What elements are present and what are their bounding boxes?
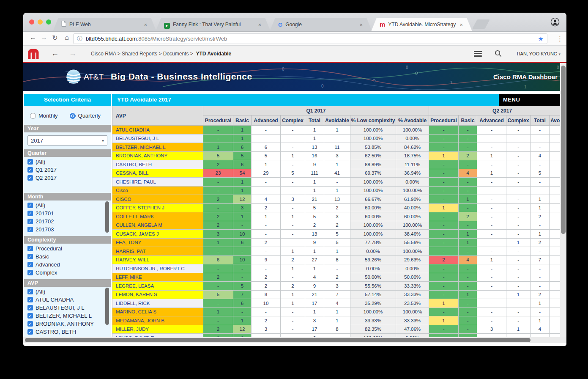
value-cell: -	[506, 160, 531, 169]
value-cell: 6	[233, 160, 252, 169]
checkbox-item-q2-2017[interactable]: ✓Q2 2017	[24, 174, 111, 182]
close-window-button[interactable]	[29, 19, 34, 25]
vertical-scrollbar-thumb[interactable]	[561, 66, 566, 234]
value-cell: -	[429, 230, 459, 239]
checkbox-checked-icon[interactable]: ✓	[27, 227, 33, 232]
checkbox-item-complex[interactable]: ✓Complex	[24, 269, 111, 277]
value-cell: -	[459, 143, 477, 152]
value-cell	[550, 334, 561, 338]
reload-icon[interactable]: ↻	[50, 34, 60, 42]
checkbox-checked-icon[interactable]: ✓	[27, 270, 33, 275]
tab-ple-web[interactable]: PLE Web×	[53, 18, 156, 31]
checkbox-item-basic[interactable]: ✓Basic	[24, 253, 111, 261]
checkbox-checked-icon[interactable]: ✓	[27, 219, 33, 224]
forward-icon[interactable]: →	[39, 34, 49, 41]
checkbox-checked-icon[interactable]: ✓	[27, 289, 33, 294]
checkbox-checked-icon[interactable]: ✓	[27, 297, 33, 302]
checkbox-checked-icon[interactable]: ✓	[27, 159, 33, 165]
browser-menu-icon[interactable]: ⋮	[557, 35, 563, 43]
value-cell: -	[459, 160, 477, 169]
url-text[interactable]: bltd055.bhdc.att.com:8085/MicroStrategy/…	[86, 36, 538, 42]
home-icon[interactable]: ⌂	[62, 34, 71, 41]
value-cell: -	[477, 264, 506, 273]
checkbox-item-201703[interactable]: ✓201703	[24, 225, 111, 233]
checkbox-item-castro-beth[interactable]: ✓CASTRO, BETH	[24, 328, 111, 336]
checkbox-checked-icon[interactable]: ✓	[27, 321, 33, 327]
svg-text:0: 0	[557, 65, 559, 70]
back-icon[interactable]: ←	[28, 34, 38, 41]
checkbox-checked-icon[interactable]: ✓	[27, 329, 33, 335]
checkbox-item-beltzer-michael-l[interactable]: ✓BELTZER, MICHAEL L	[24, 312, 111, 320]
address-bar[interactable]: ⓘ bltd055.bhdc.att.com:8085/MicroStrateg…	[73, 33, 547, 44]
checkbox-checked-icon[interactable]: ✓	[27, 211, 33, 216]
column-header--low-complexity: % Low complexity	[350, 115, 396, 126]
value-cell: 12	[233, 195, 252, 204]
menu-button[interactable]: MENU	[499, 94, 566, 106]
profile-icon[interactable]	[550, 17, 560, 28]
checkbox-checked-icon[interactable]: ✓	[27, 246, 33, 251]
month-list-scrollbar[interactable]	[105, 201, 109, 233]
radio-quarterly[interactable]	[70, 113, 76, 119]
search-icon[interactable]	[494, 49, 502, 59]
nav-back-icon[interactable]: ←	[51, 49, 59, 58]
value-cell: 2	[203, 325, 233, 334]
tab-google[interactable]: GGoogle×	[270, 18, 372, 31]
value-cell: 1	[305, 247, 324, 256]
microstrategy-logo[interactable]	[27, 47, 40, 62]
value-cell: 41	[324, 169, 350, 178]
checkbox-checked-icon[interactable]: ✓	[27, 305, 33, 310]
checkbox-checked-icon[interactable]: ✓	[27, 313, 33, 319]
tab-close-icon[interactable]: ×	[359, 22, 363, 28]
checkbox-item-201701[interactable]: ✓201701	[24, 209, 111, 217]
checkbox-item-q1-2017[interactable]: ✓Q1 2017	[24, 166, 111, 174]
checkbox-item-atul-chadha[interactable]: ✓ATUL CHADHA	[24, 296, 111, 304]
checkbox-checked-icon[interactable]: ✓	[27, 167, 33, 173]
value-cell: -	[506, 134, 531, 143]
value-cell: -	[203, 299, 233, 308]
value-cell: 50.00%	[350, 273, 396, 282]
user-menu[interactable]: HAN, YOO KYUNG ▾	[517, 51, 561, 56]
minimize-window-button[interactable]	[38, 19, 43, 25]
horizontal-scrollbar-thumb[interactable]	[25, 338, 531, 342]
breadcrumb[interactable]: Cisco RMA > Shared Reports > Documents >…	[91, 51, 231, 57]
tab-close-icon[interactable]: ×	[144, 22, 147, 28]
value-cell: -	[252, 264, 281, 273]
checkbox-checked-icon[interactable]: ✓	[27, 254, 33, 259]
menu-icon[interactable]	[474, 51, 482, 58]
checkbox-item-all[interactable]: ✓(All)	[24, 288, 111, 296]
tab-close-icon[interactable]: ×	[258, 22, 261, 28]
checkbox-checked-icon[interactable]: ✓	[27, 175, 33, 181]
checkbox-checked-icon[interactable]: ✓	[27, 262, 33, 267]
new-tab-button[interactable]	[472, 19, 490, 29]
checkbox-item-all[interactable]: ✓(All)	[24, 201, 111, 209]
value-cell	[550, 299, 561, 308]
checkbox-item-belaustegui-j-l[interactable]: ✓BELAUSTEGUI, J L	[24, 304, 111, 312]
avp-list-scrollbar[interactable]	[105, 288, 109, 325]
checkbox-item-procedural[interactable]: ✓Procedural	[24, 244, 111, 253]
info-icon[interactable]: ⓘ	[77, 35, 82, 43]
checkbox-item-brodniak-anthony[interactable]: ✓BRODNIAK, ANTHONY	[24, 320, 111, 328]
vertical-scrollbar[interactable]	[560, 63, 566, 337]
checkbox-checked-icon[interactable]: ✓	[27, 203, 33, 208]
horizontal-scrollbar[interactable]	[23, 337, 566, 343]
checkbox-item-201702[interactable]: ✓201702	[24, 217, 111, 225]
radio-label-quarterly: Quarterly	[78, 113, 101, 119]
checkbox-item-all[interactable]: ✓(All)	[24, 158, 111, 166]
radio-monthly[interactable]	[30, 113, 36, 119]
value-cell: 5	[531, 169, 550, 178]
value-cell: 2	[281, 255, 305, 264]
nav-forward-icon[interactable]: →	[69, 49, 77, 58]
tab-ytd-avoidable-microstrategy[interactable]: mYTD Avoidable. MicroStrategy×	[371, 18, 472, 31]
tab-close-icon[interactable]: ×	[459, 22, 463, 28]
value-cell: -	[506, 247, 531, 256]
checkbox-item-advanced[interactable]: ✓Advanced	[24, 261, 111, 269]
value-cell: 2	[459, 212, 477, 221]
year-dropdown[interactable]: 2017▾	[27, 135, 107, 146]
bookmark-star-icon[interactable]: ★	[538, 35, 544, 43]
svg-text:0: 0	[406, 65, 408, 70]
value-cell: -	[459, 282, 477, 291]
value-cell: -	[506, 273, 531, 282]
tab-fanny-fink-that-very-painful[interactable]: ▶Fanny Fink : That Very Painful×	[156, 18, 271, 31]
value-cell: -	[531, 178, 550, 187]
zoom-window-button[interactable]	[46, 19, 51, 25]
